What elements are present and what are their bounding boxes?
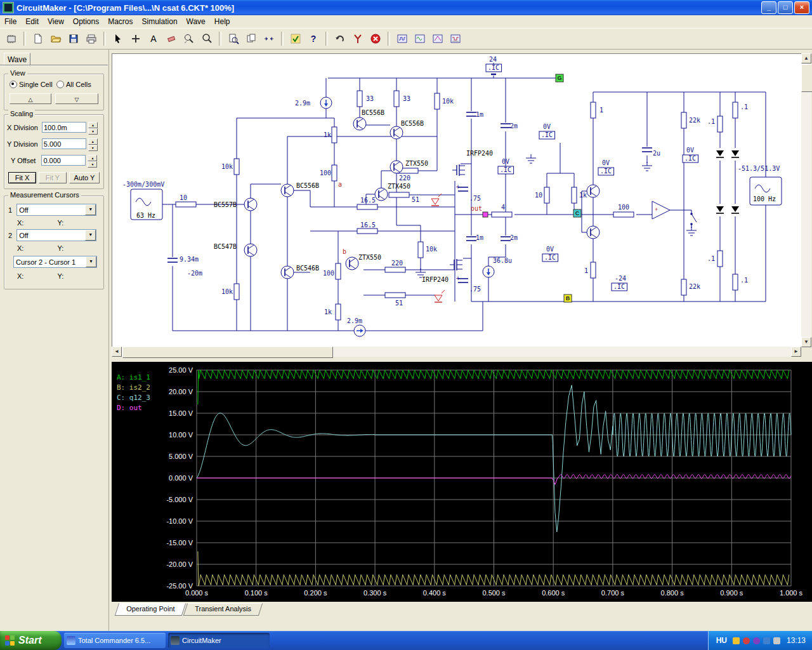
split-view-button[interactable] [261, 30, 277, 47]
y-division-spinner[interactable]: ▲▼ [88, 138, 98, 151]
x-axis-tick-label: 0.800 s [661, 589, 684, 597]
chevron-down-icon[interactable]: ▼ [85, 230, 96, 241]
digital-scope-button[interactable] [394, 30, 410, 47]
menu-file[interactable]: File [0, 16, 21, 27]
language-indicator[interactable]: HU [716, 636, 727, 645]
tray-icon[interactable] [753, 637, 760, 644]
all-cells-radio[interactable] [56, 81, 64, 88]
cursor1-select[interactable]: Off ▼ [16, 204, 96, 216]
scroll-right-arrow[interactable]: ► [791, 347, 801, 357]
fit-y-button[interactable]: Fit Y [39, 172, 67, 183]
menu-simulation[interactable]: Simulation [138, 16, 182, 27]
zoom-in-tool-button[interactable] [181, 30, 197, 47]
up-triangle-icon: △ [29, 96, 33, 103]
circuit-horizontal-scrollbar[interactable]: ◄ ► [112, 347, 801, 357]
x-axis-tick-label: 0.100 s [245, 589, 268, 597]
component-label: 10k [426, 246, 437, 253]
close-button[interactable]: × [794, 1, 809, 14]
open-file-button[interactable] [48, 30, 64, 47]
scope-xy-button[interactable] [429, 30, 446, 47]
scroll-up-arrow[interactable]: ▲ [801, 53, 811, 63]
task-label: CircuitMaker [182, 637, 221, 644]
horizontal-scroll-thumb[interactable] [122, 347, 333, 358]
scroll-down-arrow[interactable]: ▼ [801, 337, 811, 347]
component-label: 16.5 [360, 197, 376, 204]
y-offset-input[interactable] [41, 155, 86, 166]
y-offset-spinner[interactable]: ▲▼ [88, 155, 97, 168]
menu-options[interactable]: Options [69, 16, 103, 27]
parts-browser-button[interactable] [3, 30, 20, 47]
spin-up-icon[interactable]: ▲ [88, 122, 98, 128]
menu-view[interactable]: View [43, 16, 69, 27]
cursor-diff-select[interactable]: Cursor 2 - Cursor 1 ▼ [13, 256, 97, 268]
restore-button[interactable]: □ [778, 1, 793, 14]
chevron-down-icon[interactable]: ▼ [85, 204, 96, 215]
logic-analyzer-button[interactable] [447, 30, 464, 47]
node-marker[interactable] [483, 212, 488, 217]
y-label: Y: [57, 244, 63, 252]
analog-scope-button[interactable] [412, 30, 428, 47]
save-file-button[interactable] [65, 30, 82, 47]
task-button-1[interactable]: Total Commander 6.5... [64, 633, 166, 648]
chevron-down-icon[interactable]: ▼ [86, 256, 96, 267]
spin-down-icon[interactable]: ▼ [88, 161, 97, 168]
x-division-input[interactable] [42, 122, 86, 133]
spin-up-icon[interactable]: ▲ [88, 155, 97, 161]
scroll-left-arrow[interactable]: ◄ [112, 347, 122, 357]
tab-wave[interactable]: Wave [4, 53, 30, 67]
probe-tool-button[interactable] [350, 30, 366, 47]
scroll-up-button[interactable]: △ [10, 93, 51, 104]
menu-help[interactable]: Help [210, 16, 235, 27]
y-division-input[interactable] [42, 138, 86, 149]
search-parts-button[interactable] [225, 30, 242, 47]
tab-transient-analysis[interactable]: Transient Analysis [183, 603, 263, 616]
tray-icon[interactable] [733, 637, 740, 644]
menu-wave[interactable]: Wave [182, 16, 210, 27]
scroll-down-button[interactable]: ▽ [55, 93, 98, 104]
waveform-plot[interactable]: 25.00 V20.00 V15.00 V10.00 V5.000 V0.000… [112, 362, 812, 602]
spin-down-icon[interactable]: ▼ [88, 128, 98, 135]
waveform-view[interactable]: A: is1_1B: is2_2C: q12_3D: out 25.00 V20… [112, 362, 812, 602]
spin-up-icon[interactable]: ▲ [88, 138, 98, 145]
opamp-symbol: + [655, 206, 658, 213]
auto-y-button[interactable]: Auto Y [69, 172, 100, 183]
delete-tool-button[interactable] [163, 30, 180, 47]
legend-entry: A: is1_1 [117, 373, 150, 383]
fit-x-button[interactable]: Fit X [8, 172, 36, 183]
resistor-symbol [418, 242, 423, 258]
vertical-scroll-thumb[interactable] [801, 64, 812, 92]
minimize-button[interactable]: _ [761, 1, 776, 14]
start-button[interactable]: Start [0, 631, 62, 650]
all-cells-option[interactable]: All Cells [56, 81, 91, 88]
tray-icon[interactable] [743, 637, 750, 644]
check-connections-button[interactable] [287, 30, 304, 47]
spin-down-icon[interactable]: ▼ [88, 145, 98, 151]
cursor2-select[interactable]: Off ▼ [16, 229, 96, 241]
menu-edit[interactable]: Edit [21, 16, 43, 27]
stop-simulation-button[interactable] [367, 30, 384, 47]
component-label: -300m/300mV [122, 181, 164, 188]
single-cell-label: Single Cell [19, 81, 53, 88]
x-axis-tick-label: 0.900 s [720, 589, 743, 597]
select-tool-button[interactable] [110, 30, 126, 47]
single-cell-option[interactable]: Single Cell [10, 81, 53, 88]
transistor-symbol [390, 161, 403, 173]
task-button-2[interactable]: CircuitMaker [168, 633, 270, 648]
circuit-canvas[interactable]: +GBC24.IC2.9m3333BC556BBC556B10k1m2m0V.I… [112, 53, 802, 347]
x-division-spinner[interactable]: ▲▼ [88, 122, 98, 135]
help-button[interactable]: ? [305, 30, 322, 47]
zoom-tool-button[interactable] [199, 30, 215, 47]
multi-page-button[interactable] [243, 30, 259, 47]
undo-button[interactable] [332, 30, 348, 47]
print-button[interactable] [83, 30, 100, 47]
add-part-tool-button[interactable] [128, 30, 144, 47]
tab-operating-point[interactable]: Operating Point [115, 603, 187, 616]
menu-macros[interactable]: Macros [103, 16, 137, 27]
single-cell-radio[interactable] [10, 81, 17, 88]
circuit-vertical-scrollbar[interactable]: ▲ ▼ [801, 53, 811, 347]
view-group: View Single Cell All Cells △ ▽ [4, 74, 104, 110]
new-file-button[interactable] [30, 30, 46, 47]
volume-icon[interactable] [773, 637, 780, 644]
tray-icon[interactable] [763, 637, 770, 644]
text-tool-button[interactable]: A [145, 30, 162, 47]
